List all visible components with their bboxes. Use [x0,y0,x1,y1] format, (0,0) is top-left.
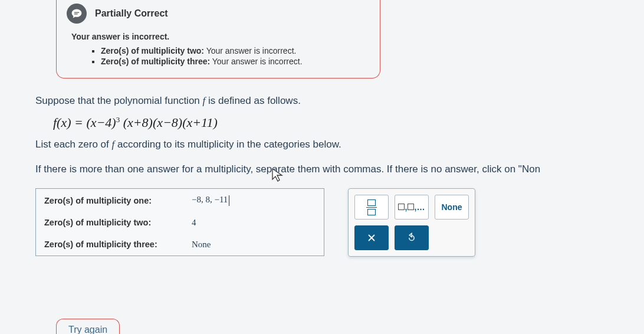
feedback-item-label: Zero(s) of multiplicity two: [101,46,204,55]
row-label: Zero(s) of multiplicity one: [44,196,192,205]
feedback-item-msg: Your answer is incorrect. [206,46,297,55]
fraction-button[interactable] [354,195,389,220]
list-button[interactable]: ,,… [395,195,429,220]
svg-rect-1 [74,14,78,14]
text-cursor [229,195,229,206]
x-icon [366,233,377,243]
answers-table: Zero(s) of multiplicity one: −8, 8, −11 … [35,188,324,256]
reset-button[interactable] [395,225,429,250]
row-value[interactable]: None [192,240,211,250]
feedback-item-label: Zero(s) of multiplicity three: [101,57,210,66]
row-label: Zero(s) of multiplicity three: [44,240,192,249]
feedback-item: Zero(s) of multiplicity two: Your answer… [101,46,365,55]
fraction-icon [366,199,377,215]
problem-text: Suppose that the polynomial function f i… [35,95,644,175]
feedback-header: Partially Correct [67,0,365,24]
feedback-list: Zero(s) of multiplicity two: Your answer… [101,46,365,66]
svg-rect-0 [74,12,79,13]
table-row[interactable]: Zero(s) of multiplicity two: 4 [36,212,324,234]
try-again-button[interactable]: Try again [56,319,120,334]
feedback-box: Partially Correct Your answer is incorre… [56,0,380,78]
chat-bubble-icon [67,4,87,24]
feedback-subtitle: Your answer is incorrect. [71,32,365,41]
problem-line-2: List each zero of f according to its mul… [35,139,644,150]
problem-line-1: Suppose that the polynomial function f i… [35,95,644,107]
problem-line-3: If there is more than one answer for a m… [35,163,644,175]
list-icon: ,,… [398,202,426,212]
table-row[interactable]: Zero(s) of multiplicity three: None [36,234,324,256]
clear-button[interactable] [354,225,389,250]
feedback-item: Zero(s) of multiplicity three: Your answ… [101,57,365,66]
row-value[interactable]: 4 [192,218,196,228]
feedback-title: Partially Correct [95,8,168,19]
row-label: Zero(s) of multiplicity two: [44,218,192,227]
table-row[interactable]: Zero(s) of multiplicity one: −8, 8, −11 [36,189,324,212]
row-value[interactable]: −8, 8, −11 [192,195,229,206]
feedback-item-msg: Your answer is incorrect. [212,57,303,66]
math-palette: ,,… None [348,188,475,257]
problem-formula: f(x) = (x−4)3 (x+8)(x−8)(x+11) [53,115,644,130]
none-button[interactable]: None [435,195,469,220]
undo-icon [406,233,417,243]
